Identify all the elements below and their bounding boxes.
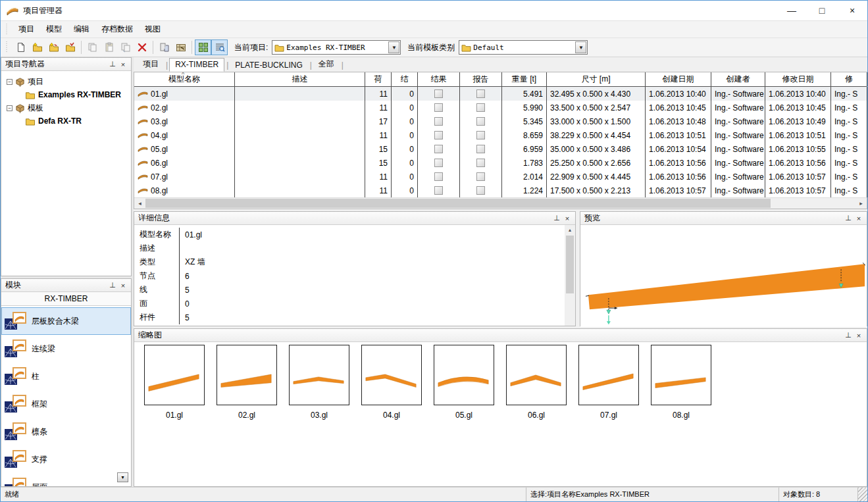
thumbnail-image[interactable] <box>289 345 349 405</box>
thumbnail-item[interactable]: 01.gl <box>138 345 211 420</box>
checkbox[interactable] <box>434 103 443 112</box>
checkbox[interactable] <box>476 89 485 98</box>
hscroll-track[interactable] <box>145 198 855 209</box>
close-icon[interactable]: × <box>854 330 864 340</box>
current-project-combobox[interactable]: Examples RX-TIMBER ▼ <box>272 40 401 55</box>
checkbox[interactable] <box>476 131 485 139</box>
chevron-down-icon[interactable]: ▼ <box>388 41 399 53</box>
column-header-6[interactable]: 重量 [t] <box>502 72 547 86</box>
vscroll-thumb[interactable] <box>566 236 574 293</box>
column-header-2[interactable]: 荷 <box>365 72 392 86</box>
menu-item-edit[interactable]: 编辑 <box>68 22 95 36</box>
maximize-button[interactable]: □ <box>807 1 837 20</box>
import-model-icon[interactable] <box>156 39 172 55</box>
menu-item-model[interactable]: 模型 <box>40 22 68 36</box>
copy-icon[interactable] <box>84 39 101 55</box>
resize-grip[interactable] <box>858 488 867 501</box>
checkbox[interactable] <box>434 172 443 181</box>
pin-icon[interactable]: ⊥ <box>551 213 562 223</box>
column-header-3[interactable]: 结 <box>392 72 418 86</box>
thumbnail-image[interactable] <box>434 345 494 405</box>
menu-item-view[interactable]: 视图 <box>139 22 166 36</box>
table-row[interactable]: 03.gl1705.34533.000 x 0.500 x 1.5001.06.… <box>134 114 867 128</box>
archive-icon[interactable] <box>172 39 189 55</box>
scroll-left-icon[interactable]: ◂ <box>134 198 145 209</box>
template-category-combobox[interactable]: Default ▼ <box>459 40 588 55</box>
expander-icon[interactable]: − <box>7 105 13 111</box>
checkbox[interactable] <box>434 145 443 153</box>
column-header-5[interactable]: 报告 <box>460 72 502 86</box>
checkbox[interactable] <box>434 89 443 98</box>
module-item-bracing[interactable]: 支撑 <box>1 445 131 473</box>
hscroll-thumb[interactable] <box>145 199 771 208</box>
checkbox[interactable] <box>476 186 485 195</box>
pin-icon[interactable]: ⊥ <box>843 330 854 340</box>
column-header-7[interactable]: 尺寸 [m] <box>547 72 646 86</box>
menu-item-archive-data[interactable]: 存档数据 <box>95 22 139 36</box>
module-item-column[interactable]: 柱 <box>1 363 131 390</box>
horizontal-scrollbar[interactable]: ◂ ▸ <box>134 197 867 209</box>
column-header-8[interactable]: 创建日期 <box>646 72 711 86</box>
tree-node-1[interactable]: −模板 <box>3 101 130 114</box>
new-model-icon[interactable] <box>13 39 29 55</box>
expander-icon[interactable]: − <box>7 79 13 85</box>
module-item-glulam-beam[interactable]: 层板胶合木梁 <box>1 307 131 335</box>
checkbox[interactable] <box>434 159 443 167</box>
tree-child-0-0[interactable]: Examples RX-TIMBER <box>3 88 130 101</box>
copy-special-icon[interactable] <box>117 39 134 55</box>
thumbnail-image[interactable] <box>217 345 277 405</box>
preview-viewport[interactable] <box>580 225 867 327</box>
thumbnail-image[interactable] <box>651 345 711 405</box>
checkbox[interactable] <box>476 103 485 112</box>
column-header-11[interactable]: 修 <box>831 72 867 86</box>
table-row[interactable]: 05.gl1506.95935.000 x 0.500 x 3.4861.06.… <box>134 142 867 156</box>
thumbnail-item[interactable]: 07.gl <box>573 345 645 420</box>
table-row[interactable]: 01.gl1105.49132.495 x 0.500 x 4.4301.06.… <box>134 87 867 101</box>
pin-icon[interactable]: ⊥ <box>107 59 118 69</box>
thumbnail-image[interactable] <box>144 345 205 405</box>
table-row[interactable]: 07.gl1102.01422.909 x 0.500 x 4.4451.06.… <box>134 170 867 184</box>
thumbnail-image[interactable] <box>506 345 567 405</box>
tree-node-0[interactable]: −项目 <box>3 75 130 88</box>
column-header-4[interactable]: 结果 <box>418 72 460 86</box>
module-item-purlin[interactable]: 檩条 <box>1 418 131 445</box>
thumbnail-item[interactable]: 08.gl <box>645 345 717 420</box>
checkbox[interactable] <box>434 131 443 139</box>
pin-icon[interactable]: ⊥ <box>843 213 854 223</box>
checkbox[interactable] <box>434 117 443 126</box>
checkbox[interactable] <box>434 186 443 195</box>
tree-child-1-0[interactable]: Defa RX-TR <box>3 114 130 128</box>
column-header-10[interactable]: 修改日期 <box>765 72 831 86</box>
thumbnail-image[interactable] <box>361 345 422 405</box>
column-header-9[interactable]: 创建者 <box>711 72 765 86</box>
module-item-continuous-beam[interactable]: 连续梁 <box>1 335 131 363</box>
scroll-up-icon[interactable]: ▴ <box>565 225 575 235</box>
table-row[interactable]: 02.gl1105.99033.500 x 0.500 x 2.5471.06.… <box>134 101 867 114</box>
thumbnail-item[interactable]: 03.gl <box>283 345 355 420</box>
checkbox[interactable] <box>476 159 485 167</box>
tab-all[interactable]: 全部 <box>313 57 340 72</box>
pin-icon[interactable]: ⊥ <box>107 280 118 290</box>
close-icon[interactable]: × <box>118 280 128 290</box>
menu-item-project[interactable]: 项目 <box>13 22 40 36</box>
checkbox[interactable] <box>476 117 485 126</box>
table-row[interactable]: 04.gl1108.65938.229 x 0.500 x 4.4541.06.… <box>134 128 867 142</box>
close-button[interactable]: × <box>837 1 867 20</box>
checkbox[interactable] <box>476 145 485 153</box>
details-vertical-scrollbar[interactable]: ▴ <box>565 225 575 326</box>
modules-group-header[interactable]: RX-TIMBER <box>1 292 131 306</box>
new-project-icon[interactable] <box>29 39 45 55</box>
thumbnail-item[interactable]: 06.gl <box>500 345 573 420</box>
tab-plate-buckling[interactable]: PLATE-BUCKLING <box>230 59 307 72</box>
thumbnail-view-icon[interactable] <box>195 39 211 55</box>
column-header-1[interactable]: 描述 <box>235 72 365 86</box>
thumbnail-item[interactable]: 04.gl <box>355 345 428 420</box>
close-icon[interactable]: × <box>118 59 128 69</box>
paste-icon[interactable] <box>101 39 117 55</box>
thumbnail-item[interactable]: 05.gl <box>428 345 500 420</box>
close-icon[interactable]: × <box>562 213 573 223</box>
module-item-frame[interactable]: 框架 <box>1 390 131 418</box>
manage-project-icon[interactable] <box>62 39 78 55</box>
thumbnail-item[interactable]: 02.gl <box>211 345 283 420</box>
tab-project[interactable]: 项目 <box>138 57 164 72</box>
